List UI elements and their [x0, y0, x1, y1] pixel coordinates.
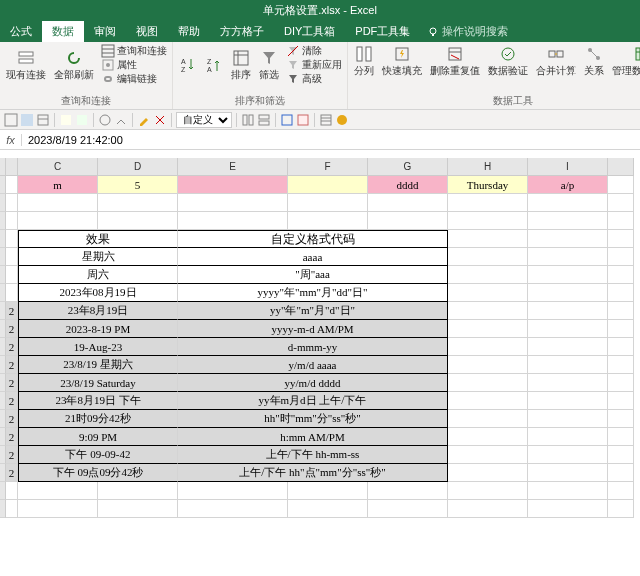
tab-review[interactable]: 审阅	[84, 21, 126, 42]
cell[interactable]: m	[18, 176, 98, 194]
cell[interactable]: 19-Aug-23	[18, 338, 178, 356]
cell[interactable]: yy/m/d dddd	[178, 374, 448, 392]
col-header[interactable]: F	[288, 158, 368, 176]
cell[interactable]: 2	[6, 338, 18, 356]
cell[interactable]: yy"年"m"月"d"日"	[178, 302, 448, 320]
cell[interactable]: 21时09分42秒	[18, 410, 178, 428]
relationships-button[interactable]: 关系	[581, 44, 607, 79]
reapply-button[interactable]: 重新应用	[284, 58, 344, 72]
qat-brush-icon[interactable]	[137, 113, 151, 127]
cell[interactable]: 2023年08月19日	[18, 284, 178, 302]
clear-filter-button[interactable]: 清除	[284, 44, 344, 58]
qat-icon[interactable]	[153, 113, 167, 127]
tab-view[interactable]: 视图	[126, 21, 168, 42]
cell[interactable]: 2	[6, 302, 18, 320]
col-header[interactable]: G	[368, 158, 448, 176]
edit-links-button[interactable]: 编辑链接	[99, 72, 169, 86]
cell[interactable]: 下午 09点09分42秒	[18, 464, 178, 482]
cell[interactable]: 2	[6, 320, 18, 338]
cell[interactable]	[178, 176, 288, 194]
cell[interactable]	[6, 248, 18, 266]
tell-me[interactable]: 操作说明搜索	[428, 24, 508, 42]
cell[interactable]: y/m/d aaaa	[178, 356, 448, 374]
formula-input[interactable]	[22, 134, 640, 146]
tab-diy[interactable]: DIY工具箱	[274, 21, 345, 42]
cell[interactable]: 星期六	[18, 248, 178, 266]
qat-icon[interactable]	[296, 113, 310, 127]
cell[interactable]: 2	[6, 374, 18, 392]
qat-icon[interactable]	[280, 113, 294, 127]
cell[interactable]: 周六	[18, 266, 178, 284]
cell[interactable]: 2	[6, 356, 18, 374]
cell[interactable]: 23/8/19 星期六	[18, 356, 178, 374]
cell[interactable]: 2023-8-19 PM	[18, 320, 178, 338]
cell[interactable]: 下午 09-09-42	[18, 446, 178, 464]
tab-pdf[interactable]: PDF工具集	[345, 21, 420, 42]
sort-az-button[interactable]: AZ	[176, 55, 200, 75]
cell[interactable]	[288, 176, 368, 194]
refresh-all-button[interactable]: 全部刷新	[51, 48, 97, 83]
worksheet[interactable]: C D E F G H I m 5 dddd Thursday a/p 效果 自…	[0, 158, 640, 518]
cell[interactable]: 23年8月19日	[18, 302, 178, 320]
cell[interactable]: 2	[6, 428, 18, 446]
cell[interactable]: d-mmm-yy	[178, 338, 448, 356]
cell[interactable]: h:mm AM/PM	[178, 428, 448, 446]
remove-duplicates-button[interactable]: 删除重复值	[427, 44, 483, 79]
advanced-filter-button[interactable]: 高级	[284, 72, 344, 86]
col-header[interactable]: I	[528, 158, 608, 176]
queries-connections-button[interactable]: 查询和连接	[99, 44, 169, 58]
cell[interactable]: 上午/下午 hh"点"mm"分"ss"秒"	[178, 464, 448, 482]
fx-label[interactable]: fx	[0, 134, 22, 146]
cell[interactable]: "周"aaa	[178, 266, 448, 284]
cell[interactable]: 2	[6, 410, 18, 428]
style-select[interactable]: 自定义	[176, 112, 232, 128]
cell[interactable]: 效果	[18, 230, 178, 248]
cell[interactable]: 5	[98, 176, 178, 194]
col-header[interactable]: E	[178, 158, 288, 176]
text-to-columns-button[interactable]: 分列	[351, 44, 377, 79]
qat-icon[interactable]	[319, 113, 333, 127]
qat-icon[interactable]	[4, 113, 18, 127]
qat-icon[interactable]	[36, 113, 50, 127]
qat-icon[interactable]	[241, 113, 255, 127]
tab-data[interactable]: 数据	[42, 21, 84, 42]
cell[interactable]: 2	[6, 464, 18, 482]
qat-icon[interactable]	[59, 113, 73, 127]
cell[interactable]: 9:09 PM	[18, 428, 178, 446]
tab-formula[interactable]: 公式	[0, 21, 42, 42]
cell[interactable]	[6, 284, 18, 302]
qat-icon[interactable]	[75, 113, 89, 127]
qat-icon[interactable]	[335, 113, 349, 127]
tab-help[interactable]: 帮助	[168, 21, 210, 42]
consolidate-button[interactable]: 合并计算	[533, 44, 579, 79]
data-validation-button[interactable]: 数据验证	[485, 44, 531, 79]
col-header[interactable]: C	[18, 158, 98, 176]
cell[interactable]: 自定义格式代码	[178, 230, 448, 248]
cell[interactable]: 23年8月19日 下午	[18, 392, 178, 410]
flash-fill-button[interactable]: 快速填充	[379, 44, 425, 79]
cell[interactable]: 23/8/19 Saturday	[18, 374, 178, 392]
cell[interactable]: Thursday	[448, 176, 528, 194]
cell[interactable]: 2	[6, 446, 18, 464]
qat-icon[interactable]	[257, 113, 271, 127]
sort-button[interactable]: 排序	[228, 48, 254, 83]
cell[interactable]: aaaa	[178, 248, 448, 266]
cell[interactable]: hh"时"mm"分"ss"秒"	[178, 410, 448, 428]
sort-za-button[interactable]: ZA	[202, 55, 226, 75]
cell[interactable]: 上午/下午 hh-mm-ss	[178, 446, 448, 464]
cell[interactable]: 2	[6, 392, 18, 410]
cell[interactable]: yy年m月d日 上午/下午	[178, 392, 448, 410]
qat-icon[interactable]	[20, 113, 34, 127]
properties-button[interactable]: 属性	[99, 58, 169, 72]
cell[interactable]: yyyy-m-d AM/PM	[178, 320, 448, 338]
tab-ffgz[interactable]: 方方格子	[210, 21, 274, 42]
qat-icon[interactable]	[98, 113, 112, 127]
qat-icon[interactable]	[114, 113, 128, 127]
col-header[interactable]: D	[98, 158, 178, 176]
cell[interactable]: yyyy"年"mm"月"dd"日"	[178, 284, 448, 302]
existing-connections-button[interactable]: 现有连接	[3, 48, 49, 83]
cell[interactable]: dddd	[368, 176, 448, 194]
filter-button[interactable]: 筛选	[256, 48, 282, 83]
manage-data-model-button[interactable]: 管理数据模型	[609, 44, 640, 79]
cell[interactable]	[6, 266, 18, 284]
